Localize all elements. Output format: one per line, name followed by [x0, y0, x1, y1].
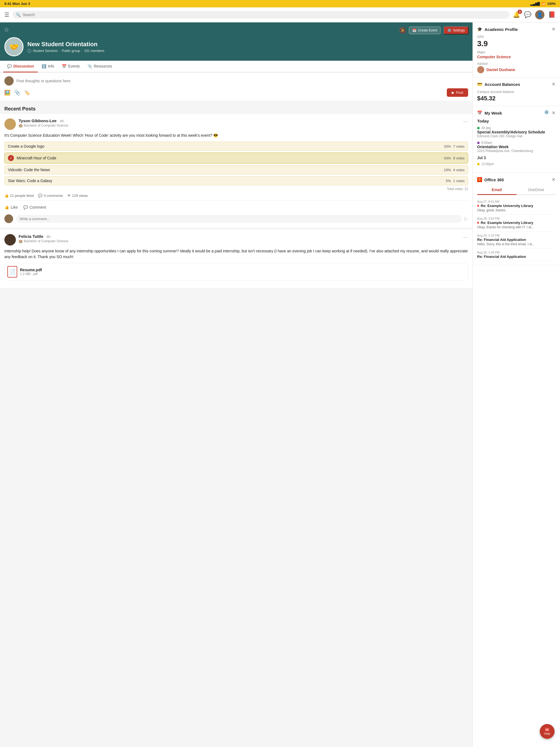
post-button[interactable]: ▶ Post [447, 88, 468, 97]
widget-close-button[interactable]: ✕ [552, 81, 556, 87]
wifi-icon: 📶 [541, 2, 545, 6]
top-nav: ☰ 🔍 🔔 3 💬 👤 📕 [0, 7, 560, 22]
widget-title: 📅 My Week [477, 110, 502, 115]
widget-close-button[interactable]: ✕ [552, 26, 556, 32]
search-box[interactable]: 🔍 [12, 11, 509, 19]
event-dot-green [477, 127, 480, 129]
advisor-avatar [477, 66, 484, 73]
comment-send-icon[interactable]: ▷ [464, 216, 468, 222]
create-event-button[interactable]: 📅 Create Event [409, 27, 441, 34]
post-attachment[interactable]: 📄 Resume.pdf 1.2 MB · pdf [4, 263, 468, 281]
like-button[interactable]: 👍 Like [4, 205, 18, 209]
group-title-block: New Student Orientation i Student Servic… [27, 41, 104, 53]
gpa-label: GPA [477, 35, 556, 39]
like-action-icon: 👍 [4, 205, 9, 209]
tab-discussion[interactable]: 💬 Discussion [3, 61, 38, 73]
poster-name: Tyson Gibbons-Lee [19, 119, 57, 123]
event-name: Special Assembly/Advisory Schedule [477, 130, 556, 134]
likes-count: 👍 12 people liked [4, 194, 34, 198]
post-more-button[interactable]: ⋯ [463, 119, 468, 124]
widget-close-button[interactable]: ✕ [552, 110, 556, 116]
post-author-avatar [4, 119, 16, 130]
settings-button[interactable]: ⚙️ Settings [443, 26, 469, 34]
my-week-widget: 📅 My Week ⚙️ ✕ Today All day Special Ass… [473, 106, 560, 173]
post-content: Internship help! Does anyone know of any… [4, 248, 468, 260]
tab-events[interactable]: 📅 Events [58, 61, 84, 73]
current-user-avatar [4, 76, 14, 85]
poll-option-selected[interactable]: ✓ Minecraft Hour of Code 43% 9 votes [4, 153, 468, 163]
group-tabs: 💬 Discussion ℹ️ Info 📅 Events 📎 Resource… [0, 61, 473, 73]
email-item[interactable]: Aug 25, 1:43 PM Re: Financial Aid Applic… [477, 249, 556, 261]
post-actions-row: 🖼️ 📎 🏷️ ▶ Post [4, 88, 468, 97]
group-avatar: 🤝 [4, 37, 24, 56]
poll-option[interactable]: Create a Google logo 33% 7 votes [4, 141, 468, 151]
academic-profile-widget: 🎓 Academic Profile ✕ GPA 3.9 Major Compu… [473, 22, 560, 77]
views-count: 👁 129 views [67, 194, 88, 198]
comment-icon-small: 💬 [38, 194, 42, 198]
file-info: Resume.pdf 1.2 MB · pdf [20, 268, 42, 276]
email-item[interactable]: Aug 27, 8:41 AM Re: Example University L… [477, 198, 556, 215]
email-subject: Re: Financial Aid Application [477, 255, 556, 259]
balance-value: $45.32 [477, 95, 556, 102]
chat-icon[interactable]: 💬 [524, 11, 531, 18]
event-dot-yellow [477, 163, 480, 165]
tab-resources[interactable]: 📎 Resources [84, 61, 116, 73]
tab-info[interactable]: ℹ️ Info [38, 61, 58, 73]
group-info: 🤝 New Student Orientation i Student Serv… [4, 37, 468, 56]
post-more-button[interactable]: ⋯ [463, 234, 468, 240]
poster-info: Felicia Tuttle 8h 🏫 Bachelor of Computer… [19, 234, 460, 243]
hamburger-menu[interactable]: ☰ [4, 11, 9, 18]
poll-option[interactable]: Vidcode: Code the News 19% 4 votes [4, 165, 468, 175]
send-icon: ▶ [452, 91, 455, 95]
status-time: 9:41 Mon Jun 3 [4, 2, 30, 6]
office365-widget: O Office 365 ✕ Email OneDrive Aug 27, 8:… [473, 173, 560, 265]
notification-badge: 3 [518, 9, 522, 14]
advisor-label: Advisor [477, 62, 556, 66]
comment-button[interactable]: 💬 Comment [23, 205, 46, 209]
like-icon: 👍 [4, 194, 9, 198]
right-panel: 🎓 Academic Profile ✕ GPA 3.9 Major Compu… [473, 22, 560, 747]
post-content: It's Computer Science Education Week! Wh… [4, 133, 468, 138]
email-preview: Hello. Sorry, this is the third email. I… [477, 242, 556, 246]
event-time: 9:00am [477, 141, 556, 145]
tab-onedrive[interactable]: OneDrive [516, 185, 556, 195]
tab-email[interactable]: Email [477, 185, 516, 195]
post-input[interactable] [17, 79, 468, 83]
post-stats: 👍 12 people liked 💬 3 comments 👁 129 vie… [4, 194, 468, 201]
poster-badge: 🏫 Bachelor of Computer Science [19, 124, 460, 127]
attachment-icon[interactable]: 📎 [14, 90, 20, 96]
resources-icon: 📎 [87, 64, 92, 68]
group-meta: i Student Services · Public group · 231 … [27, 49, 104, 53]
mute-bell-icon[interactable]: 🔕 [399, 27, 406, 34]
unread-indicator [477, 205, 479, 207]
post-actions: 👍 Like 💬 Comment [4, 204, 468, 212]
user-avatar[interactable]: 👤 [535, 10, 544, 19]
poll-option[interactable]: Star Wars: Code a Galaxy 5% 1 votes [4, 176, 468, 185]
widget-header: O Office 365 ✕ [477, 177, 556, 183]
group-header: ☆ 🔕 📅 Create Event ⚙️ Settings 🤝 New Stu… [0, 22, 473, 61]
help-fab[interactable]: 🆘 Help [540, 724, 555, 739]
balance-label: Campus account balance [477, 90, 556, 94]
selected-check-icon: ✓ [8, 155, 14, 161]
image-upload-icon[interactable]: 🖼️ [4, 90, 10, 96]
comment-input[interactable] [16, 215, 462, 223]
week-settings-icon[interactable]: ⚙️ [544, 110, 549, 116]
poll-total: Total votes: 21 [4, 187, 468, 191]
event-item: 12:00pm [477, 162, 556, 166]
office365-tabs: Email OneDrive [477, 185, 556, 195]
event-name: Orientation Week [477, 145, 556, 149]
email-subject: Re: Example University Library [477, 204, 556, 208]
search-input[interactable] [23, 12, 506, 17]
email-item[interactable]: Aug 25, 2:15 PM Re: Financial Aid Applic… [477, 232, 556, 249]
event-item: 9:00am Orientation Week 1015 Philadelphi… [477, 141, 556, 153]
favorite-icon[interactable]: ☆ [4, 26, 9, 33]
widget-close-button[interactable]: ✕ [552, 177, 556, 183]
info-tab-icon: ℹ️ [42, 64, 46, 68]
bookmarks-icon[interactable]: 📕 [548, 11, 556, 18]
notification-bell[interactable]: 🔔 3 [513, 11, 520, 18]
tag-icon[interactable]: 🏷️ [24, 90, 30, 96]
email-item[interactable]: Aug 26, 3:53 PM Re: Example University L… [477, 215, 556, 232]
file-meta: 1.2 MB · pdf [20, 272, 42, 276]
post-header: Felicia Tuttle 8h 🏫 Bachelor of Computer… [4, 234, 468, 246]
advisor-name[interactable]: Daniel Dushane [486, 68, 515, 72]
